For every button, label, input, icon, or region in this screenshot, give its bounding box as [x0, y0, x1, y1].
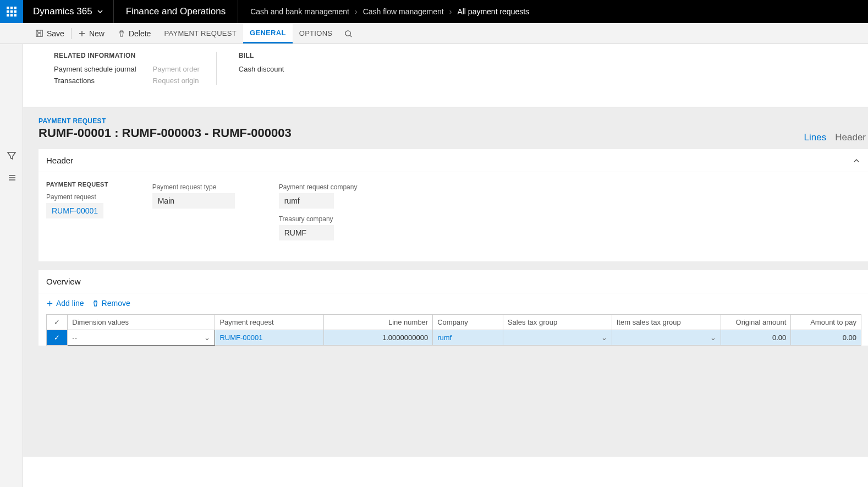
related-information-group: RELATED INFORMATION Payment schedule jou…	[54, 52, 217, 85]
payment-request-group: PAYMENT REQUEST Payment request RUMF-000…	[46, 181, 108, 247]
overview-card: Overview Add line Remove ✓ Dimension val…	[39, 270, 868, 346]
field-label: Payment request	[46, 193, 108, 201]
svg-rect-8	[14, 14, 17, 17]
col-original-amount[interactable]: Original amount	[721, 315, 791, 330]
svg-rect-9	[36, 30, 42, 36]
checkmark-icon: ✓	[54, 333, 60, 342]
overview-card-toggle[interactable]: Overview	[39, 270, 868, 293]
svg-rect-6	[7, 14, 9, 17]
group-title: PAYMENT REQUEST	[46, 181, 108, 188]
field-treasury-company: Treasury company RUMF	[279, 215, 358, 240]
svg-rect-2	[14, 7, 17, 9]
field-value: rumf	[279, 193, 334, 209]
tab-general[interactable]: GENERAL	[243, 23, 293, 43]
cell-amount-to-pay[interactable]: 0.00	[791, 330, 861, 346]
cell-company[interactable]: rumf	[433, 330, 503, 346]
col-company[interactable]: Company	[433, 315, 503, 330]
add-line-button[interactable]: Add line	[46, 299, 84, 308]
field-label: Payment request type	[152, 183, 235, 191]
chevron-down-icon	[97, 8, 103, 15]
select-all-header[interactable]: ✓	[47, 315, 68, 330]
view-tabs: Lines Header	[804, 132, 868, 143]
header-card-toggle[interactable]: Header	[39, 149, 868, 172]
svg-point-10	[345, 30, 350, 35]
link-payment-order: Payment order	[153, 65, 200, 73]
plus-icon	[78, 30, 86, 37]
chevron-up-icon	[853, 157, 860, 165]
col-dimension-values[interactable]: Dimension values	[68, 315, 215, 330]
search-icon	[344, 30, 353, 38]
cell-dimension-values[interactable]: -- ⌄	[68, 330, 215, 346]
cell-item-sales-tax-group[interactable]: ⌄	[612, 330, 721, 346]
save-button[interactable]: Save	[29, 23, 71, 43]
link-request-origin: Request origin	[153, 76, 200, 85]
svg-rect-4	[10, 10, 13, 13]
link-cash-discount[interactable]: Cash discount	[239, 65, 284, 73]
field-value: Main	[152, 193, 235, 209]
waffle-icon	[7, 7, 17, 17]
breadcrumb-item[interactable]: All payment requests	[457, 7, 529, 16]
page-content: PAYMENT REQUEST RUMF-00001 : RUMF-000003…	[23, 107, 868, 457]
list-icon[interactable]	[7, 173, 17, 183]
header-card: Header PAYMENT REQUEST Payment request R…	[39, 149, 868, 261]
chevron-down-icon: ⌄	[601, 333, 607, 342]
field-value[interactable]: RUMF-00001	[46, 203, 103, 218]
trash-icon	[118, 30, 125, 37]
grid-header-row: ✓ Dimension values Payment request Line …	[47, 315, 861, 330]
cell-line-number[interactable]: 1.0000000000	[324, 330, 433, 346]
brand-label: Dynamics 365	[33, 6, 92, 17]
action-bar: Save New Delete PAYMENT REQUEST GENERAL …	[0, 23, 868, 44]
row-select-checkbox[interactable]: ✓	[47, 330, 68, 346]
cell-payment-request[interactable]: RUMF-00001	[215, 330, 324, 346]
col-payment-request[interactable]: Payment request	[215, 315, 324, 330]
field-payment-request-type: Payment request type Main	[152, 183, 235, 209]
new-button[interactable]: New	[72, 23, 111, 43]
breadcrumb: Cash and bank management › Cash flow man…	[238, 7, 541, 16]
svg-rect-0	[7, 7, 9, 9]
svg-rect-3	[7, 10, 9, 13]
group-title: BILL	[239, 52, 284, 59]
plus-icon	[46, 300, 53, 307]
app-launcher-button[interactable]	[0, 0, 23, 23]
overview-grid: ✓ Dimension values Payment request Line …	[46, 314, 861, 346]
field-label: Treasury company	[279, 215, 358, 223]
link-transactions[interactable]: Transactions	[54, 76, 136, 85]
col-sales-tax-group[interactable]: Sales tax group	[503, 315, 612, 330]
page-pretitle: PAYMENT REQUEST	[39, 117, 868, 125]
checkmark-icon: ✓	[54, 318, 60, 326]
cell-sales-tax-group[interactable]: ⌄	[503, 330, 612, 346]
tab-options[interactable]: OPTIONS	[293, 23, 339, 43]
svg-rect-1	[10, 7, 13, 9]
view-lines-tab[interactable]: Lines	[804, 132, 827, 143]
type-group: Payment request type Main	[152, 181, 235, 247]
svg-rect-7	[10, 14, 13, 17]
field-value: RUMF	[279, 225, 334, 240]
card-title: Header	[46, 156, 73, 165]
chevron-down-icon: ⌄	[710, 333, 716, 342]
view-header-tab[interactable]: Header	[835, 132, 866, 143]
page-title: RUMF-00001 : RUMF-000003 - RUMF-000003	[39, 126, 292, 140]
cell-original-amount[interactable]: 0.00	[721, 330, 791, 346]
col-line-number[interactable]: Line number	[324, 315, 433, 330]
trash-icon	[92, 300, 99, 307]
delete-button[interactable]: Delete	[111, 23, 157, 43]
link-payment-schedule-journal[interactable]: Payment schedule journal	[54, 65, 136, 73]
grid-row[interactable]: ✓ -- ⌄ RUMF-00001 1.0000000000 rumf ⌄ ⌄	[47, 330, 861, 346]
remove-button[interactable]: Remove	[92, 299, 130, 308]
breadcrumb-item[interactable]: Cash flow management	[363, 7, 444, 16]
group-title: RELATED INFORMATION	[54, 52, 200, 59]
module-label: Finance and Operations	[114, 0, 238, 23]
col-amount-to-pay[interactable]: Amount to pay	[791, 315, 861, 330]
card-title: Overview	[46, 277, 81, 286]
col-item-sales-tax-group[interactable]: Item sales tax group	[612, 315, 721, 330]
breadcrumb-item[interactable]: Cash and bank management	[250, 7, 349, 16]
tab-payment-request[interactable]: PAYMENT REQUEST	[157, 23, 243, 43]
search-button[interactable]	[339, 29, 358, 37]
top-bar: Dynamics 365 Finance and Operations Cash…	[0, 0, 868, 23]
svg-rect-5	[14, 10, 17, 13]
general-subpanel: RELATED INFORMATION Payment schedule jou…	[23, 44, 868, 107]
filter-icon[interactable]	[7, 151, 17, 161]
brand-dropdown[interactable]: Dynamics 365	[23, 0, 114, 23]
save-icon	[35, 29, 43, 37]
company-group: Payment request company rumf Treasury co…	[279, 181, 358, 247]
